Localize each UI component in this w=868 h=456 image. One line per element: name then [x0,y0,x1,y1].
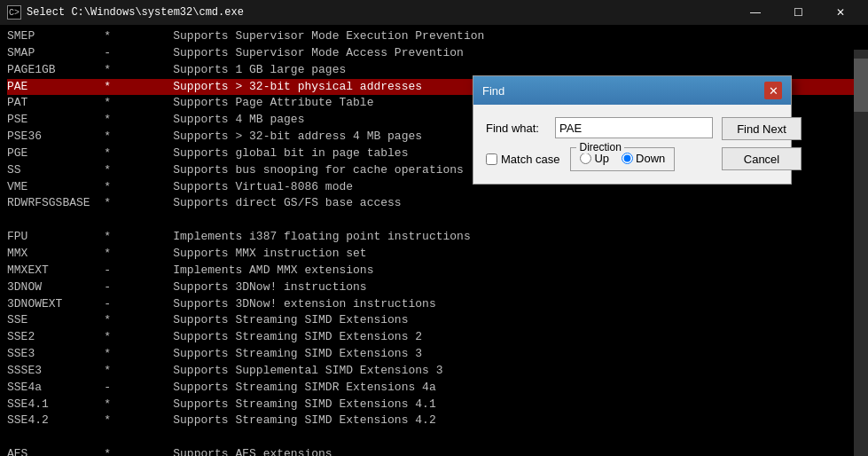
close-button[interactable]: ✕ [820,0,861,25]
direction-up-radio[interactable] [580,153,591,164]
direction-up-option[interactable]: Up [580,152,609,165]
direction-legend: Direction [576,141,623,153]
terminal-line: SMAP - Supports Supervisor Mode Access P… [7,45,861,62]
find-dialog-title-bar: Find ✕ [473,76,791,105]
scrollbar-thumb[interactable] [854,59,868,112]
match-case-option[interactable]: Match case [486,153,559,166]
find-what-input[interactable] [555,117,713,138]
find-what-label: Find what: [486,122,548,135]
title-bar-controls: — ☐ ✕ [735,0,861,25]
direction-down-option[interactable]: Down [622,152,665,165]
terminal-line: RDWRFSGSBASE * Supports direct GS/FS bas… [7,195,861,212]
find-dialog: Find ✕ Find what: Match case [473,75,792,185]
cmd-icon: C> [7,5,21,20]
terminal-line: 3DNOW - Supports 3DNow! instructions [7,279,861,296]
match-case-checkbox[interactable] [486,153,497,165]
find-next-button[interactable]: Find Next [722,117,802,140]
terminal-line: FPU * Implements i387 floating point ins… [7,229,861,246]
title-bar-left: C> Select C:\Windows\system32\cmd.exe [7,5,244,20]
direction-down-radio[interactable] [622,153,633,164]
find-cancel-button[interactable]: Cancel [722,147,802,170]
find-main-area: Find what: Match case Direction Up [486,117,778,171]
direction-up-label: Up [594,152,609,165]
terminal-line: MMX * Supports MMX instruction set [7,246,861,263]
terminal-line: SSE3 * Supports Streaming SIMD Extension… [7,346,861,363]
title-bar: C> Select C:\Windows\system32\cmd.exe — … [0,0,868,25]
terminal-line: AES * Supports AES extensions [7,446,861,456]
find-left-panel: Find what: Match case Direction Up [486,117,713,171]
scrollbar[interactable] [854,50,868,456]
find-what-row: Find what: [486,117,713,138]
find-dialog-close-button[interactable]: ✕ [764,82,782,99]
window-title: Select C:\Windows\system32\cmd.exe [27,6,244,19]
match-case-label: Match case [501,153,559,166]
find-dialog-body: Find what: Match case Direction Up [473,105,791,184]
cmd-window: C> Select C:\Windows\system32\cmd.exe — … [0,0,868,456]
terminal-line [7,429,861,446]
terminal-line: 3DNOWEXT - Supports 3DNow! extension ins… [7,296,861,313]
terminal-line: MMXEXT - Implements AMD MMX extensions [7,263,861,279]
terminal-line: SSE * Supports Streaming SIMD Extensions [7,312,861,329]
maximize-button[interactable]: ☐ [778,0,818,25]
minimize-button[interactable]: — [735,0,776,25]
terminal-line: SSE4.1 * Supports Streaming SIMD Extensi… [7,397,861,413]
terminal-line [7,212,861,229]
terminal-line: SSE4a - Supports Streaming SIMDR Extensi… [7,380,861,397]
terminal-line: SSE2 * Supports Streaming SIMD Extension… [7,329,861,346]
terminal-line: SMEP * Supports Supervisor Mode Executio… [7,28,861,45]
terminal-line: SSE4.2 * Supports Streaming SIMD Extensi… [7,413,861,429]
direction-group: Direction Up Down [570,147,675,171]
direction-down-label: Down [636,152,665,165]
find-dialog-title: Find [482,84,504,98]
find-options-row: Match case Direction Up Down [486,147,713,171]
terminal-line: SSSE3 * Supports Supplemental SIMD Exten… [7,363,861,380]
find-buttons-column: Find Next Cancel [722,117,802,171]
